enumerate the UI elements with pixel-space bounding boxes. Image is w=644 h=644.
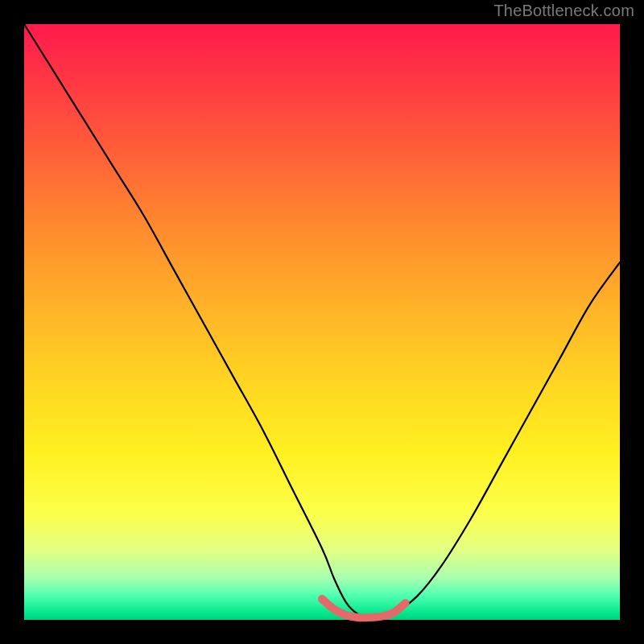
chart-canvas: TheBottleneck.com [0,0,644,644]
plot-gradient-area [24,24,620,620]
watermark-text: TheBottleneck.com [493,2,634,20]
